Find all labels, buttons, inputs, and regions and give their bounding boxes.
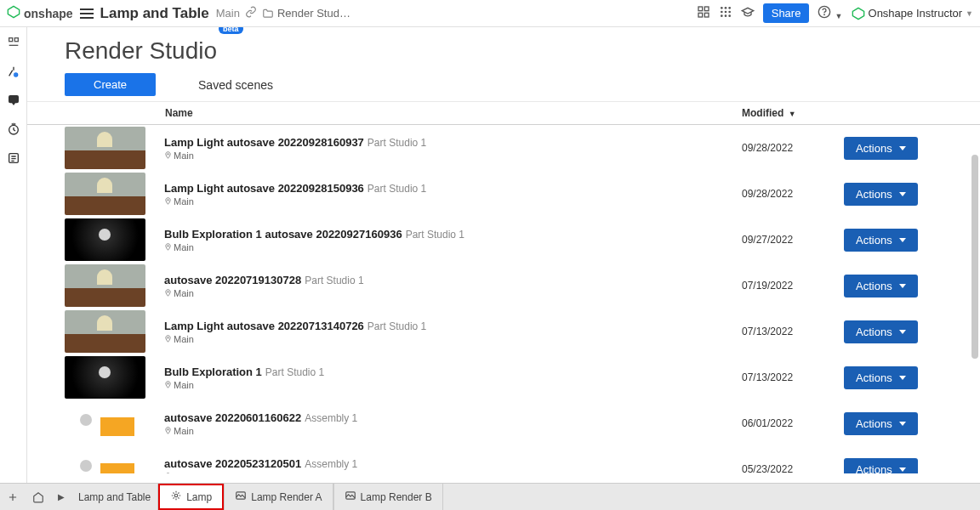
breadcrumb-tab[interactable]: Lamp and Table [71, 484, 158, 510]
branch-label[interactable]: Main [216, 7, 240, 20]
share-button[interactable]: Share [763, 3, 810, 23]
scene-thumbnail[interactable] [65, 402, 145, 445]
scene-thumbnail[interactable] [65, 448, 145, 473]
home-tab-button[interactable] [26, 484, 51, 510]
scene-subtitle: Part Studio 1 [368, 137, 426, 149]
help-icon[interactable]: ▼ [818, 5, 842, 21]
breadcrumb[interactable]: Render Stud… [262, 7, 350, 20]
image-icon [235, 490, 247, 504]
scene-row[interactable]: Bulb Exploration 1 autosave 202209271609… [27, 217, 980, 263]
svg-rect-18 [14, 38, 18, 42]
svg-point-15 [824, 14, 825, 15]
column-modified-header[interactable]: Modified ▼ [742, 107, 844, 119]
beta-badge: beta [219, 27, 243, 34]
scene-name: autosave 20220601160622 [164, 411, 301, 424]
scene-row[interactable]: autosave 20220523120501Assembly 1Main05/… [27, 446, 980, 473]
chevron-down-icon [899, 284, 906, 288]
column-name-header[interactable]: Name [165, 107, 742, 119]
learn-icon[interactable] [741, 5, 755, 21]
chevron-down-icon [899, 238, 906, 242]
svg-rect-17 [9, 38, 12, 42]
scene-thumbnail[interactable] [65, 356, 145, 399]
scene-modified: 07/19/2022 [742, 280, 844, 292]
page-title: Render Studio [65, 37, 217, 65]
svg-point-27 [168, 383, 169, 385]
chevron-down-icon [899, 422, 906, 426]
scene-location: Main [164, 380, 742, 390]
actions-button[interactable]: Actions [844, 229, 918, 252]
saved-scenes-tab[interactable]: Saved scenes [198, 78, 273, 92]
svg-point-6 [724, 7, 726, 9]
actions-button[interactable]: Actions [844, 412, 918, 435]
scene-name: autosave 20220523120501 [164, 457, 301, 470]
scene-row[interactable]: Lamp Light autosave 20220928150936Part S… [27, 171, 980, 217]
actions-button[interactable]: Actions [844, 320, 918, 343]
scene-subtitle: Assembly 1 [305, 412, 357, 424]
svg-rect-2 [704, 7, 709, 11]
tab-label: Lamp [186, 491, 212, 503]
chevron-down-icon [899, 376, 906, 380]
scene-location: Main [164, 150, 742, 161]
add-tab-button[interactable] [0, 484, 26, 510]
svg-point-25 [168, 292, 169, 293]
svg-point-13 [728, 14, 731, 17]
scene-row[interactable]: Lamp Light autosave 20220713140726Part S… [27, 309, 980, 354]
scene-row[interactable]: autosave 20220719130728Part Studio 1Main… [27, 263, 980, 309]
document-title[interactable]: Lamp and Table [100, 5, 209, 22]
rail-features-icon[interactable] [7, 36, 20, 53]
user-menu[interactable]: Onshape Instructor ▼ [852, 7, 973, 20]
svg-point-30 [174, 494, 178, 497]
actions-button[interactable]: Actions [844, 183, 918, 206]
scene-subtitle: Assembly 1 [305, 458, 357, 470]
tab-lamp-render-b[interactable]: Lamp Render B [333, 484, 443, 510]
brand-logo[interactable]: onshape [7, 5, 73, 22]
scene-thumbnail[interactable] [65, 264, 145, 307]
rail-add-icon[interactable] [7, 65, 20, 82]
folder-icon [262, 8, 274, 20]
scene-location: Main [164, 242, 742, 252]
scene-thumbnail[interactable] [65, 218, 145, 261]
scene-name: Lamp Light autosave 20220928150936 [164, 182, 364, 195]
tab-lamp-render-a[interactable]: Lamp Render A [224, 484, 333, 510]
onshape-icon [852, 7, 865, 20]
chevron-down-icon [899, 468, 906, 472]
svg-point-9 [724, 11, 726, 14]
tab-nav-right-icon[interactable]: ▶ [51, 484, 71, 510]
scene-row[interactable]: autosave 20220601160622Assembly 1Main06/… [27, 400, 980, 446]
grid-icon[interactable] [719, 5, 732, 21]
scene-location: Main [164, 334, 742, 344]
sort-desc-icon: ▼ [789, 110, 796, 118]
actions-button[interactable]: Actions [844, 275, 918, 298]
app-switcher-icon[interactable] [697, 5, 710, 21]
scene-modified: 09/28/2022 [742, 142, 844, 154]
scene-location: Main [164, 426, 742, 436]
svg-rect-4 [704, 13, 709, 17]
actions-button[interactable]: Actions [844, 137, 918, 160]
tab-lamp[interactable]: Lamp [158, 484, 224, 510]
rail-history-icon[interactable] [7, 122, 20, 139]
scene-thumbnail[interactable] [65, 127, 145, 169]
scene-modified: 09/28/2022 [742, 188, 844, 200]
onshape-icon [7, 5, 20, 22]
scene-name: Bulb Exploration 1 autosave 202209271609… [164, 228, 402, 241]
scene-name: autosave 20220719130728 [164, 274, 301, 286]
actions-button[interactable]: Actions [844, 366, 918, 389]
actions-button[interactable]: Actions [844, 458, 918, 474]
chevron-down-icon [899, 330, 906, 334]
tab-label: Lamp Render B [361, 491, 432, 503]
scene-row[interactable]: Bulb Exploration 1Part Studio 1Main07/13… [27, 354, 980, 400]
create-button[interactable]: Create [65, 73, 156, 96]
scene-modified: 06/01/2022 [742, 417, 844, 429]
svg-point-5 [721, 7, 723, 9]
menu-icon[interactable] [80, 8, 94, 19]
scene-thumbnail[interactable] [65, 173, 145, 215]
scene-thumbnail[interactable] [65, 310, 145, 353]
scene-name: Lamp Light autosave 20220713140726 [164, 320, 364, 332]
breadcrumb-text: Render Stud… [277, 7, 350, 20]
rail-list-icon[interactable] [7, 151, 20, 168]
link-icon[interactable] [245, 6, 257, 20]
rail-comment-icon[interactable] [7, 94, 20, 110]
scene-row[interactable]: Lamp Light autosave 20220928160937Part S… [27, 125, 980, 171]
scrollbar[interactable] [971, 155, 978, 359]
scene-location: Main [164, 472, 742, 474]
